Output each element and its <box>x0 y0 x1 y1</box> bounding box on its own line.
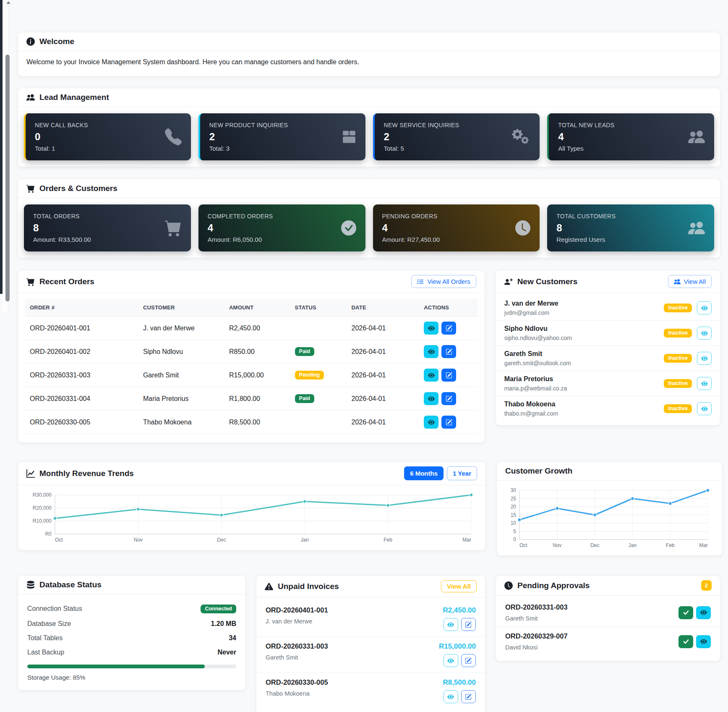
view-customer-button[interactable] <box>697 301 712 314</box>
view-customer-button[interactable] <box>697 327 712 340</box>
order-date: 2026-04-01 <box>347 364 419 387</box>
eye-icon <box>701 330 708 337</box>
edit-order-button[interactable] <box>441 392 456 405</box>
order-number: ORD-20260330-005 <box>25 411 138 434</box>
edit-order-button[interactable] <box>441 322 456 335</box>
scroll-up-arrow-icon[interactable] <box>6 1 10 4</box>
eye-icon <box>428 395 435 402</box>
phone-icon <box>165 128 182 145</box>
view-order-button[interactable] <box>424 416 438 429</box>
customer-email: maria.p@webmail.co.za <box>504 385 567 392</box>
edit-icon <box>465 694 472 700</box>
check-icon <box>683 638 689 645</box>
scrollbar-thumb[interactable] <box>5 55 10 301</box>
db-row-label: Connection Status <box>27 605 82 613</box>
edit-invoice-button[interactable] <box>461 690 476 703</box>
stat-card-pending-orders: PENDING ORDERS 4 Amount: R27,450.00 <box>373 204 540 251</box>
svg-text:Jan: Jan <box>629 542 637 548</box>
stat-card-total-orders: TOTAL ORDERS 8 Amount: R33,500.00 <box>24 204 191 251</box>
view-invoice-button[interactable] <box>444 618 458 631</box>
stat-subtitle: Amount: R6,050.00 <box>208 236 273 243</box>
table-row: ORD-20260331-003 Gareth Smit R15,000.00 … <box>25 364 478 387</box>
stat-label: NEW CALL BACKS <box>35 122 88 128</box>
svg-text:Nov: Nov <box>134 537 143 543</box>
customer-list-item: Thabo Mokoena thabo.m@gmail.com Inactive <box>496 396 720 421</box>
order-amount: R15,000.00 <box>224 364 290 387</box>
db-status-row: Total Tables 34 <box>27 631 236 645</box>
stat-subtitle: Total: 5 <box>384 145 459 152</box>
edit-invoice-button[interactable] <box>461 654 476 667</box>
view-approval-button[interactable] <box>696 606 711 619</box>
storage-progress-bar <box>27 665 236 668</box>
view-invoice-button[interactable] <box>444 654 458 667</box>
people-icon <box>674 278 681 285</box>
view-invoice-button[interactable] <box>444 690 458 703</box>
stat-subtitle: Registered Users <box>556 236 616 243</box>
order-date: 2026-04-01 <box>347 317 419 340</box>
invoice-order-number: ORD-20260401-001 <box>266 606 328 614</box>
edit-invoice-button[interactable] <box>461 618 476 631</box>
range-6-months-button[interactable]: 6 Months <box>404 466 444 480</box>
svg-text:Mar: Mar <box>462 537 471 543</box>
person-plus-icon <box>504 277 513 286</box>
eye-icon <box>447 621 454 628</box>
customer-list-item: J. van der Merwe jvdm@gmail.com Inactive <box>496 296 720 321</box>
view-order-button[interactable] <box>424 322 438 335</box>
approve-button[interactable] <box>678 635 693 648</box>
edit-icon <box>465 657 472 664</box>
people-icon <box>26 93 35 102</box>
view-all-customers-button[interactable]: View All <box>668 275 712 288</box>
stat-label: NEW PRODUCT INQUIRIES <box>209 122 288 128</box>
view-all-invoices-button[interactable]: View All <box>441 580 477 592</box>
view-customer-button[interactable] <box>697 352 712 365</box>
range-1-year-button[interactable]: 1 Year <box>447 466 477 480</box>
new-customers-panel: New Customers View All J. van der Merwe … <box>496 270 720 426</box>
stat-card-total-new-leads: TOTAL NEW LEADS 4 All Types <box>547 113 714 160</box>
view-order-button[interactable] <box>424 345 438 358</box>
recent-orders-table: Order # Customer Amount Status Date Acti… <box>25 299 478 434</box>
edit-order-button[interactable] <box>441 345 456 358</box>
edit-order-button[interactable] <box>441 416 456 429</box>
pending-approvals-title: Pending Approvals <box>517 581 590 590</box>
stat-card-completed-orders: COMPLETED ORDERS 4 Amount: R6,050.00 <box>198 204 365 251</box>
stat-value: 8 <box>556 222 616 233</box>
stat-card-new-call-backs: NEW CALL BACKS 0 Total: 1 <box>24 113 191 160</box>
eye-icon <box>447 657 454 664</box>
db-row-label: Last Backup <box>27 649 64 656</box>
order-status <box>290 317 347 340</box>
view-all-invoices-label: View All <box>447 583 471 590</box>
scrollbar-track[interactable] <box>3 0 8 313</box>
status-badge: Inactive <box>664 304 692 312</box>
stat-subtitle: Total: 1 <box>35 145 88 152</box>
column-customer: Customer <box>138 299 224 317</box>
eye-icon <box>701 380 708 387</box>
view-order-button[interactable] <box>424 369 438 382</box>
svg-text:Dec: Dec <box>590 542 599 548</box>
view-approval-button[interactable] <box>696 635 711 648</box>
table-header-row: Order # Customer Amount Status Date Acti… <box>25 299 478 317</box>
view-order-button[interactable] <box>424 392 438 405</box>
eye-icon <box>701 305 708 312</box>
welcome-title: Welcome <box>39 37 74 46</box>
stat-subtitle: Total: 3 <box>209 145 288 152</box>
db-status-row: Connection Status Connected <box>27 601 236 617</box>
customer-growth-panel: Customer Growth 051015202530OctNovDecJan… <box>496 461 723 556</box>
view-all-customers-label: View All <box>684 278 706 285</box>
edit-icon <box>446 419 452 426</box>
approve-button[interactable] <box>678 606 693 619</box>
stat-card-new-service-inquiries: NEW SERVICE INQUIRIES 2 Total: 5 <box>373 113 540 160</box>
check-icon <box>683 609 689 616</box>
svg-text:30: 30 <box>511 487 517 493</box>
edit-order-button[interactable] <box>441 369 456 382</box>
clock-icon <box>504 581 513 590</box>
gears-icon <box>512 128 530 146</box>
svg-text:Feb: Feb <box>666 542 675 548</box>
table-row: ORD-20260330-005 Thabo Mokoena R8,500.00… <box>25 411 478 434</box>
welcome-panel: Welcome Welcome to your Invoice Manageme… <box>18 32 720 76</box>
storage-progress-fill <box>27 665 205 668</box>
database-status-title: Database Status <box>39 580 102 589</box>
view-all-orders-button[interactable]: View All Orders <box>411 275 476 288</box>
view-customer-button[interactable] <box>697 402 712 415</box>
customer-email: thabo.m@gmail.com <box>504 410 558 417</box>
view-customer-button[interactable] <box>697 377 712 390</box>
